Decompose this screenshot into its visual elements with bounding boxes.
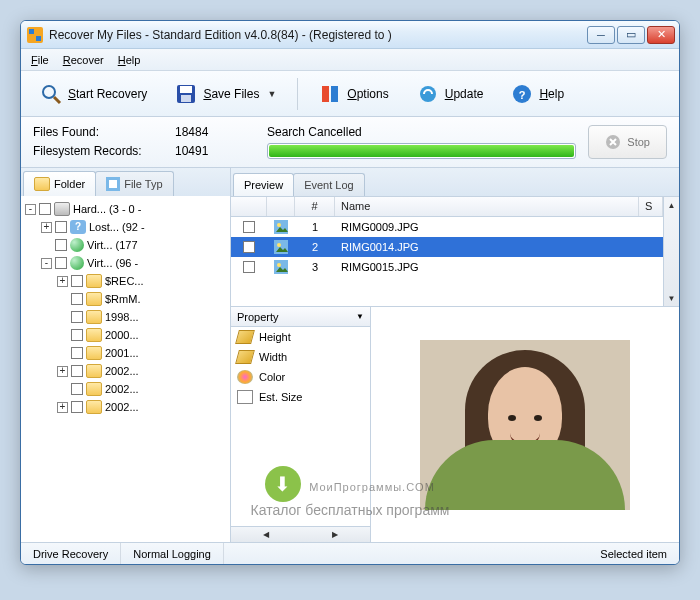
image-preview: [371, 307, 679, 542]
tab-event-log[interactable]: Event Log: [293, 173, 365, 196]
preview-thumbnail: [420, 340, 630, 510]
options-button[interactable]: Options: [308, 76, 399, 112]
doc-icon: [237, 390, 253, 404]
maximize-button[interactable]: ▭: [617, 26, 645, 44]
files-found-value: 18484: [175, 125, 255, 139]
tree-node[interactable]: +2002...: [23, 398, 228, 416]
status-drive-recovery: Drive Recovery: [21, 543, 121, 564]
properties-scrollbar[interactable]: ◀ ▶: [231, 526, 370, 542]
scroll-right-icon[interactable]: ▶: [301, 527, 371, 543]
status-selected: Selected item: [588, 543, 679, 564]
close-button[interactable]: ✕: [647, 26, 675, 44]
tree-node[interactable]: 2000...: [23, 326, 228, 344]
tree-node[interactable]: 2002...: [23, 380, 228, 398]
tree-checkbox[interactable]: [71, 311, 83, 323]
folder-icon: [86, 328, 102, 342]
file-checkbox[interactable]: [243, 221, 255, 233]
tree-node[interactable]: $RmM.: [23, 290, 228, 308]
tab-folder-label: Folder: [54, 178, 85, 190]
tree-checkbox[interactable]: [55, 221, 67, 233]
scroll-left-icon[interactable]: ◀: [231, 527, 301, 543]
property-row[interactable]: Color: [231, 367, 370, 387]
tree-node[interactable]: 2001...: [23, 344, 228, 362]
tree-expander[interactable]: -: [25, 204, 36, 215]
menu-file[interactable]: File: [31, 54, 49, 66]
menu-help[interactable]: Help: [118, 54, 141, 66]
folder-tree[interactable]: -Hard... (3 - 0 - +?Lost... (92 -Virt...…: [21, 196, 230, 542]
menu-recover[interactable]: Recover: [63, 54, 104, 66]
tree-expander[interactable]: +: [57, 402, 68, 413]
chevron-down-icon[interactable]: ▼: [356, 312, 364, 321]
col-s[interactable]: S: [639, 197, 663, 216]
tree-node[interactable]: +2002...: [23, 362, 228, 380]
file-list-scrollbar[interactable]: ▲ ▼: [663, 197, 679, 306]
tree-checkbox[interactable]: [71, 401, 83, 413]
tree-checkbox[interactable]: [71, 275, 83, 287]
toolbar: Start Recovery Save Files ▼ Options Upda…: [21, 71, 679, 117]
folder-icon: [86, 346, 102, 360]
update-button[interactable]: Update: [406, 76, 495, 112]
titlebar[interactable]: Recover My Files - Standard Edition v4.0…: [21, 21, 679, 49]
property-row[interactable]: Width: [231, 347, 370, 367]
tab-folder[interactable]: Folder: [23, 171, 96, 196]
tree-expander[interactable]: -: [41, 258, 52, 269]
col-name[interactable]: Name: [335, 197, 639, 216]
tree-expander[interactable]: +: [57, 276, 68, 287]
svg-point-21: [277, 263, 281, 267]
start-recovery-button[interactable]: Start Recovery: [29, 76, 158, 112]
tree-node[interactable]: -Virt... (96 -: [23, 254, 228, 272]
tree-checkbox[interactable]: [55, 239, 67, 251]
tree-node[interactable]: +?Lost... (92 -: [23, 218, 228, 236]
file-row[interactable]: 3 RIMG0015.JPG: [231, 257, 663, 277]
tree-label: 1998...: [105, 311, 139, 323]
tree-checkbox[interactable]: [71, 293, 83, 305]
file-row[interactable]: 1 RIMG0009.JPG: [231, 217, 663, 237]
tree-label: $RmM.: [105, 293, 140, 305]
help-button[interactable]: ? Help: [500, 76, 575, 112]
tree-expander[interactable]: +: [41, 222, 52, 233]
file-checkbox[interactable]: [243, 241, 255, 253]
svg-line-4: [54, 97, 60, 103]
tree-checkbox[interactable]: [71, 365, 83, 377]
tree-checkbox[interactable]: [71, 329, 83, 341]
ruler-icon: [235, 330, 255, 344]
palette-icon: [237, 370, 253, 384]
tree-expander[interactable]: +: [57, 366, 68, 377]
folder-icon: [86, 274, 102, 288]
property-row[interactable]: Height: [231, 327, 370, 347]
scroll-up-icon[interactable]: ▲: [664, 197, 679, 213]
file-checkbox[interactable]: [243, 261, 255, 273]
col-num[interactable]: #: [295, 197, 335, 216]
tree-checkbox[interactable]: [71, 383, 83, 395]
tree-expander[interactable]: [57, 294, 68, 305]
property-row[interactable]: Est. Size: [231, 387, 370, 407]
right-tabstrip: Preview Event Log: [231, 168, 679, 196]
tree-expander[interactable]: [57, 348, 68, 359]
tree-checkbox[interactable]: [55, 257, 67, 269]
file-row[interactable]: 2 RIMG0014.JPG: [231, 237, 663, 257]
file-list-header[interactable]: # Name S: [231, 197, 663, 217]
tree-checkbox[interactable]: [71, 347, 83, 359]
tree-node[interactable]: +$REC...: [23, 272, 228, 290]
tree-expander[interactable]: [57, 384, 68, 395]
scroll-down-icon[interactable]: ▼: [664, 290, 679, 306]
save-files-button[interactable]: Save Files ▼: [164, 76, 287, 112]
properties-header[interactable]: Property ▼: [231, 307, 370, 327]
tree-node[interactable]: -Hard... (3 - 0 -: [23, 200, 228, 218]
chevron-down-icon[interactable]: ▼: [267, 89, 276, 99]
tree-label: Hard... (3 - 0 -: [73, 203, 141, 215]
q-icon: ?: [70, 220, 86, 234]
tree-node[interactable]: 1998...: [23, 308, 228, 326]
tree-expander[interactable]: [41, 240, 52, 251]
tree-expander[interactable]: [57, 312, 68, 323]
minimize-button[interactable]: ─: [587, 26, 615, 44]
status-logging: Normal Logging: [121, 543, 224, 564]
tab-preview[interactable]: Preview: [233, 173, 294, 196]
tree-expander[interactable]: [57, 330, 68, 341]
status-panel: Files Found: 18484 Search Cancelled Stop…: [21, 117, 679, 168]
start-recovery-label: Start Recovery: [68, 87, 147, 101]
tree-node[interactable]: Virt... (177: [23, 236, 228, 254]
tree-checkbox[interactable]: [39, 203, 51, 215]
tab-file-type[interactable]: File Typ: [95, 171, 173, 196]
stop-button[interactable]: Stop: [588, 125, 667, 159]
